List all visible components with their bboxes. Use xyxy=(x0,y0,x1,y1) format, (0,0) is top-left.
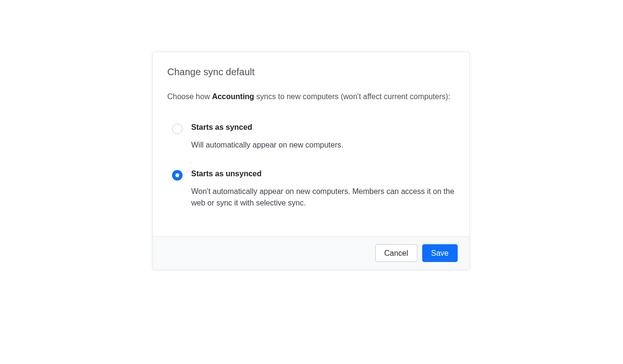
dialog-body: Change sync default Choose how Accountin… xyxy=(153,52,469,236)
change-sync-default-dialog: Change sync default Choose how Accountin… xyxy=(152,52,470,270)
radio-label: Starts as unsynced xyxy=(191,170,455,178)
radio-label: Starts as synced xyxy=(191,123,455,132)
radio-option-starts-synced[interactable]: Starts as synced Will automatically appe… xyxy=(167,123,455,151)
radio-text: Starts as unsynced Won't automatically a… xyxy=(191,170,455,210)
desc-folder-name: Accounting xyxy=(212,92,254,101)
dialog-description: Choose how Accounting syncs to new compu… xyxy=(167,91,455,103)
radio-sublabel: Won't automatically appear on new comput… xyxy=(191,186,455,210)
radio-input-starts-unsynced[interactable] xyxy=(172,170,183,181)
dialog-title: Change sync default xyxy=(167,67,455,78)
dialog-footer: Cancel Save xyxy=(153,236,469,270)
save-button[interactable]: Save xyxy=(422,244,458,262)
radio-input-starts-synced[interactable] xyxy=(172,124,183,134)
radio-option-starts-unsynced[interactable]: Starts as unsynced Won't automatically a… xyxy=(167,170,455,210)
desc-suffix: syncs to new computers (won't affect cur… xyxy=(254,92,450,101)
radio-text: Starts as synced Will automatically appe… xyxy=(191,123,455,151)
cancel-button[interactable]: Cancel xyxy=(375,244,417,262)
desc-prefix: Choose how xyxy=(167,92,212,101)
radio-sublabel: Will automatically appear on new compute… xyxy=(191,139,455,151)
